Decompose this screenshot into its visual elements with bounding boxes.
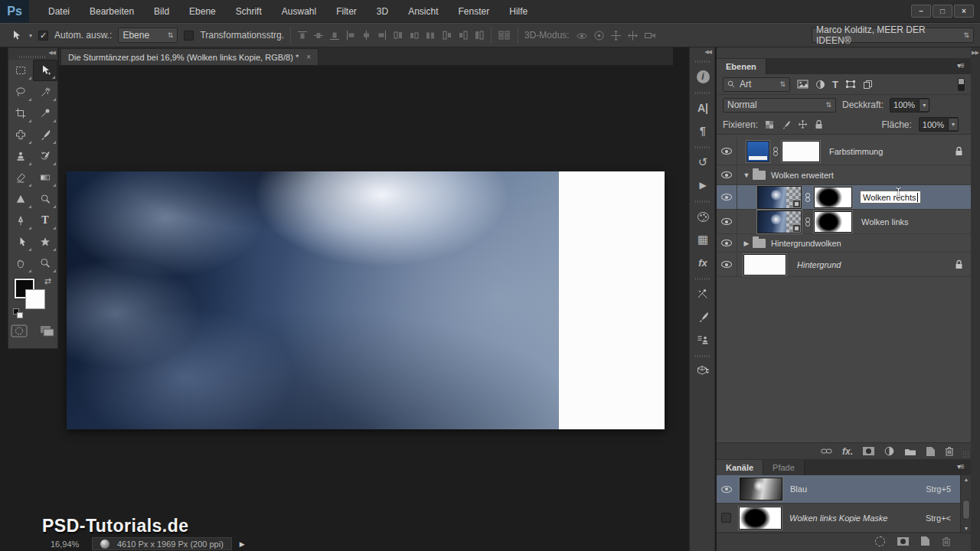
- close-tab-icon[interactable]: ×: [306, 53, 311, 61]
- hand-tool[interactable]: [8, 253, 33, 274]
- align-left-edges-icon[interactable]: [346, 30, 356, 41]
- document-tab[interactable]: Die Sturmtänzer.psd bei 16,9% (Wolken li…: [60, 48, 318, 65]
- auto-align-layers-icon[interactable]: [498, 30, 511, 41]
- clone-source-panel-icon[interactable]: [690, 328, 716, 351]
- character-panel-icon[interactable]: A|: [690, 96, 716, 119]
- account-dropdown[interactable]: Marco Kolditz, MEER DER IDEEN®⇅: [812, 28, 974, 43]
- distribute-bottom-edges-icon[interactable]: [425, 31, 436, 41]
- tab-ebenen[interactable]: Ebenen: [717, 59, 766, 74]
- opacity-field[interactable]: 100%▾: [890, 98, 929, 112]
- delete-layer-button[interactable]: [945, 446, 954, 456]
- collapse-dock-icon[interactable]: ▶▶: [972, 50, 978, 56]
- group-expand-icon[interactable]: ▼: [742, 171, 751, 179]
- group-name[interactable]: Wolken erweitert: [771, 171, 834, 180]
- 3d-camera-icon[interactable]: [644, 31, 657, 41]
- expand-dock-icon[interactable]: ◀◀: [704, 49, 711, 55]
- 3d-roll-icon[interactable]: [593, 30, 605, 41]
- channels-panel-menu-icon[interactable]: ▾≡: [957, 462, 964, 471]
- paragraph-panel-icon[interactable]: ¶: [690, 119, 716, 142]
- auto-select-checkbox[interactable]: ✓: [38, 31, 48, 41]
- canvas[interactable]: [67, 171, 665, 429]
- brush-panel-icon[interactable]: [690, 305, 716, 328]
- group-name[interactable]: Hintergrundwolken: [771, 239, 841, 248]
- tab-kanaele[interactable]: Kanäle: [717, 460, 763, 475]
- status-flyout-icon[interactable]: ▶: [240, 540, 245, 548]
- align-vertical-centers-icon[interactable]: [313, 31, 324, 41]
- filter-toggle-switch[interactable]: [958, 78, 965, 91]
- layer-style-button[interactable]: fx.: [842, 446, 853, 457]
- zoom-tool[interactable]: [33, 253, 57, 274]
- filter-smart-objects-icon[interactable]: [863, 80, 873, 90]
- adjustment-layer-thumbnail[interactable]: [746, 141, 769, 162]
- canvas-empty-area[interactable]: [559, 171, 665, 429]
- filter-shape-layers-icon[interactable]: [845, 80, 856, 89]
- visibility-checkbox[interactable]: [721, 513, 731, 523]
- menu-ebene[interactable]: Ebene: [179, 0, 226, 23]
- visibility-toggle[interactable]: [717, 165, 737, 184]
- scroll-down-icon[interactable]: ▼: [961, 524, 972, 533]
- crop-tool[interactable]: [8, 103, 33, 124]
- eraser-tool[interactable]: [8, 167, 33, 188]
- channel-name[interactable]: Blau: [790, 484, 807, 494]
- lock-transparency-icon[interactable]: [765, 120, 774, 129]
- background-layer-thumbnail[interactable]: [743, 254, 786, 276]
- channel-name[interactable]: Wolken links Kopie Maske: [789, 514, 887, 523]
- visibility-toggle[interactable]: [717, 253, 737, 276]
- visibility-toggle[interactable]: [717, 138, 737, 165]
- gradient-tool[interactable]: [33, 167, 57, 188]
- menu-auswahl[interactable]: Auswahl: [272, 0, 326, 23]
- screen-mode-button[interactable]: [38, 324, 55, 337]
- layer-row-wolken-links[interactable]: Wolken links: [717, 210, 971, 234]
- layer-name[interactable]: Wolken links: [861, 217, 909, 227]
- history-panel-icon[interactable]: ↺: [690, 151, 716, 174]
- lasso-tool[interactable]: [8, 81, 33, 103]
- menu-filter[interactable]: Filter: [326, 0, 367, 23]
- panel-resize-grip[interactable]: [962, 451, 970, 458]
- auto-select-dropdown[interactable]: Ebene⇅: [118, 28, 178, 43]
- dodge-tool[interactable]: [33, 188, 57, 210]
- group-collapse-icon[interactable]: ▶: [742, 240, 751, 247]
- scrollbar-thumb[interactable]: [962, 500, 970, 520]
- layer-row-wolken-rechts[interactable]: Wolken rechts: [717, 185, 971, 210]
- clone-stamp-tool[interactable]: [8, 145, 33, 167]
- collapse-toolbar-icon[interactable]: ◀◀: [48, 50, 55, 56]
- align-top-edges-icon[interactable]: [297, 31, 308, 41]
- info-panel-icon[interactable]: i: [690, 65, 716, 88]
- visibility-toggle[interactable]: [717, 210, 737, 233]
- layer-mask-thumbnail[interactable]: [814, 211, 852, 233]
- layer-row-farbstimmung[interactable]: Farbstimmung: [717, 138, 971, 165]
- new-group-button[interactable]: [904, 447, 916, 456]
- custom-shape-tool[interactable]: [33, 231, 57, 253]
- tool-preset-arrow-icon[interactable]: ▾: [29, 32, 32, 39]
- 3d-pan-icon[interactable]: [610, 30, 622, 41]
- layer-mask-thumbnail[interactable]: [782, 141, 820, 162]
- eye-icon[interactable]: [721, 486, 732, 493]
- align-horizontal-centers-icon[interactable]: [361, 30, 371, 41]
- layer-filter-dropdown[interactable]: Art⇅: [723, 77, 790, 92]
- layer-rename-input[interactable]: Wolken rechts: [860, 191, 921, 204]
- link-layers-button[interactable]: [821, 448, 832, 455]
- save-selection-button[interactable]: [897, 537, 909, 546]
- channels-scrollbar[interactable]: ▲ ▼: [960, 475, 971, 533]
- layer-name[interactable]: Farbstimmung: [829, 147, 883, 156]
- styles-panel-icon[interactable]: fx: [690, 251, 716, 274]
- menu-schrift[interactable]: Schrift: [226, 0, 272, 23]
- channel-row-blau[interactable]: Blau Strg+5: [717, 475, 960, 504]
- layer-row-hintergrund[interactable]: Hintergrund: [717, 253, 971, 277]
- pen-tool[interactable]: [8, 210, 33, 231]
- swap-colors-icon[interactable]: ⇄: [44, 276, 51, 286]
- distribute-vertical-centers-icon[interactable]: [409, 31, 420, 41]
- path-selection-tool[interactable]: [8, 231, 33, 253]
- tools-panel-header[interactable]: ◀◀: [8, 48, 57, 60]
- layers-panel-menu-icon[interactable]: ▾≡: [957, 61, 964, 70]
- type-tool[interactable]: T: [33, 210, 57, 231]
- lock-pixels-icon[interactable]: [781, 120, 791, 129]
- align-right-edges-icon[interactable]: [377, 30, 387, 41]
- eyedropper-tool[interactable]: [33, 103, 57, 124]
- channel-thumbnail[interactable]: [740, 478, 782, 500]
- color-panel-icon[interactable]: [690, 205, 716, 228]
- distribute-right-edges-icon[interactable]: [474, 30, 485, 41]
- group-row-hintergrundwolken[interactable]: ▶ Hintergrundwolken: [717, 234, 971, 253]
- move-tool[interactable]: [33, 60, 57, 81]
- distribute-left-edges-icon[interactable]: [442, 30, 452, 41]
